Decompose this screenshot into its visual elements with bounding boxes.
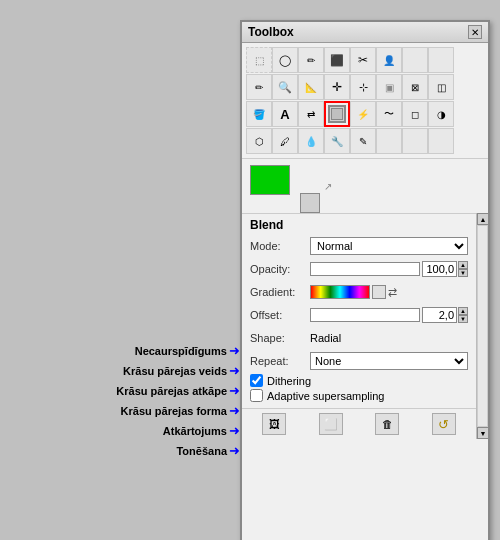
refresh-bottom-btn[interactable]: ↺ bbox=[432, 413, 456, 435]
gradient-bar[interactable] bbox=[310, 285, 370, 299]
mode-row: Mode: Normal Dissolve Multiply bbox=[250, 236, 468, 256]
move-tool[interactable]: ✛ bbox=[324, 74, 350, 100]
unknown1-tool[interactable]: 👤 bbox=[376, 47, 402, 73]
gradient-label: Gradient: bbox=[250, 286, 310, 298]
delete-bottom-btn[interactable]: 🗑 bbox=[375, 413, 399, 435]
ann-opacity-text: Necaurspīdīgums bbox=[135, 345, 227, 357]
scroll-track[interactable] bbox=[477, 225, 488, 427]
opacity-spinners: ▲ ▼ bbox=[458, 261, 468, 277]
blend-arrow-icon: ↗ bbox=[324, 181, 332, 192]
blend-title: Blend bbox=[250, 218, 468, 232]
scroll-up-btn[interactable]: ▲ bbox=[477, 213, 489, 225]
mode-label: Mode: bbox=[250, 240, 310, 252]
clone-tool[interactable]: ⊠ bbox=[402, 74, 428, 100]
offset-slider[interactable] bbox=[310, 308, 420, 322]
spacer4 bbox=[402, 128, 428, 154]
measure-tool[interactable]: 📐 bbox=[298, 74, 324, 100]
text-tool[interactable]: A bbox=[272, 101, 298, 127]
toolbox-window: Toolbox ✕ ⬚ ◯ ✏ ⬛ ✂ 👤 ✏ 🔍 📐 ✛ ⊹ bbox=[240, 20, 490, 540]
blend-content: Blend Mode: Normal Dissolve Multiply bbox=[242, 213, 476, 439]
convolve-tool[interactable]: 〜 bbox=[376, 101, 402, 127]
ann-dither-text: Tonēšana bbox=[176, 445, 227, 457]
scroll-down-btn[interactable]: ▼ bbox=[477, 427, 489, 439]
blend-section: Blend Mode: Normal Dissolve Multiply bbox=[242, 213, 476, 408]
dotted-rect-tool[interactable]: ⬚ bbox=[246, 47, 272, 73]
annotation-panel: Necaurspīdīgums ➜ Krāsu pārejas veids ➜ … bbox=[10, 20, 240, 540]
offset-down[interactable]: ▼ bbox=[458, 315, 468, 323]
ann-repeat: Atkārtojums ➜ bbox=[163, 423, 240, 438]
repeat-select[interactable]: None Sawtooth Wave Triangular Wave bbox=[310, 352, 468, 370]
ann-dither-arrow: ➜ bbox=[229, 443, 240, 458]
mode-control: Normal Dissolve Multiply bbox=[310, 237, 468, 255]
align-tool[interactable]: ⊹ bbox=[350, 74, 376, 100]
blend-tool[interactable] bbox=[324, 101, 350, 127]
opacity-slider[interactable] bbox=[310, 262, 420, 276]
dithering-checkbox[interactable] bbox=[250, 374, 263, 387]
eraser-tool[interactable]: ◻ bbox=[402, 101, 428, 127]
gradient-row: Gradient: ⇄ bbox=[250, 282, 468, 302]
right-scrollbar: ▲ ▼ bbox=[476, 213, 488, 439]
opacity-down[interactable]: ▼ bbox=[458, 269, 468, 277]
ann-opacity: Necaurspīdīgums ➜ bbox=[135, 343, 240, 358]
spacer5 bbox=[428, 128, 454, 154]
unknown3-tool[interactable]: ⚡ bbox=[350, 101, 376, 127]
bucket-tool[interactable]: 🪣 bbox=[246, 101, 272, 127]
blend-tool-icon bbox=[328, 105, 346, 123]
shape-row: Shape: Radial bbox=[250, 328, 468, 348]
close-button[interactable]: ✕ bbox=[468, 25, 482, 39]
offset-value[interactable] bbox=[422, 307, 457, 323]
ink-tool[interactable]: 🖊 bbox=[272, 128, 298, 154]
ann-repeat-text: Atkārtojums bbox=[163, 425, 227, 437]
smudge-tool[interactable]: 💧 bbox=[298, 128, 324, 154]
repeat-label: Repeat: bbox=[250, 355, 310, 367]
pencil2-tool[interactable]: ✎ bbox=[350, 128, 376, 154]
opacity-control: ▲ ▼ bbox=[310, 261, 468, 277]
bg-color-swatch[interactable] bbox=[300, 193, 320, 213]
blend-preview: ↗ bbox=[242, 159, 488, 213]
lasso-tool[interactable]: ✏ bbox=[298, 47, 324, 73]
gradient-square[interactable] bbox=[372, 285, 386, 299]
unknown4-tool[interactable]: 🔧 bbox=[324, 128, 350, 154]
shape-value: Radial bbox=[310, 332, 341, 344]
new-bottom-btn[interactable]: 🖼 bbox=[262, 413, 286, 435]
ann-gradient-text: Krāsu pārejas veids bbox=[123, 365, 227, 377]
ellipse-select-tool[interactable]: ◯ bbox=[272, 47, 298, 73]
ann-opacity-arrow: ➜ bbox=[229, 343, 240, 358]
path-tool[interactable]: ⬡ bbox=[246, 128, 272, 154]
gradient-swap[interactable]: ⇄ bbox=[388, 286, 397, 299]
repeat-control: None Sawtooth Wave Triangular Wave bbox=[310, 352, 468, 370]
ann-offset-text: Krāsu pārejas atkāpe bbox=[116, 385, 227, 397]
ann-gradient-arrow: ➜ bbox=[229, 363, 240, 378]
offset-label: Offset: bbox=[250, 309, 310, 321]
spacer3 bbox=[376, 128, 402, 154]
window-title: Toolbox bbox=[248, 25, 294, 39]
opacity-up[interactable]: ▲ bbox=[458, 261, 468, 269]
adaptive-checkbox[interactable] bbox=[250, 389, 263, 402]
title-bar: Toolbox ✕ bbox=[242, 22, 488, 43]
shape-control: Radial bbox=[310, 332, 468, 344]
perspective-tool[interactable]: ◫ bbox=[428, 74, 454, 100]
fg-color-swatch[interactable] bbox=[250, 165, 290, 195]
toolbar-area: ⬚ ◯ ✏ ⬛ ✂ 👤 ✏ 🔍 📐 ✛ ⊹ ▣ ⊠ ◫ bbox=[242, 43, 488, 159]
dithering-label: Dithering bbox=[267, 375, 311, 387]
ann-dither: Tonēšana ➜ bbox=[176, 443, 240, 458]
pencil-tool[interactable]: ✏ bbox=[246, 74, 272, 100]
scissors-tool[interactable]: ✂ bbox=[350, 47, 376, 73]
spacer2 bbox=[428, 47, 454, 73]
adaptive-row: Adaptive supersampling bbox=[250, 389, 468, 402]
dodge-burn-tool[interactable]: ◑ bbox=[428, 101, 454, 127]
opacity-value[interactable] bbox=[422, 261, 457, 277]
ann-shape-arrow: ➜ bbox=[229, 403, 240, 418]
repeat-row: Repeat: None Sawtooth Wave Triangular Wa… bbox=[250, 351, 468, 371]
mode-select[interactable]: Normal Dissolve Multiply bbox=[310, 237, 468, 255]
offset-up[interactable]: ▲ bbox=[458, 307, 468, 315]
offset-spinners: ▲ ▼ bbox=[458, 307, 468, 323]
zoom-tool[interactable]: 🔍 bbox=[272, 74, 298, 100]
color-picker-tool[interactable]: ⬛ bbox=[324, 47, 350, 73]
duplicate-bottom-btn[interactable]: ⬜ bbox=[319, 413, 343, 435]
shape-label: Shape: bbox=[250, 332, 310, 344]
opacity-label: Opacity: bbox=[250, 263, 310, 275]
unknown2-tool[interactable]: ⇄ bbox=[298, 101, 324, 127]
offset-control: ▲ ▼ bbox=[310, 307, 468, 323]
heal-tool[interactable]: ▣ bbox=[376, 74, 402, 100]
